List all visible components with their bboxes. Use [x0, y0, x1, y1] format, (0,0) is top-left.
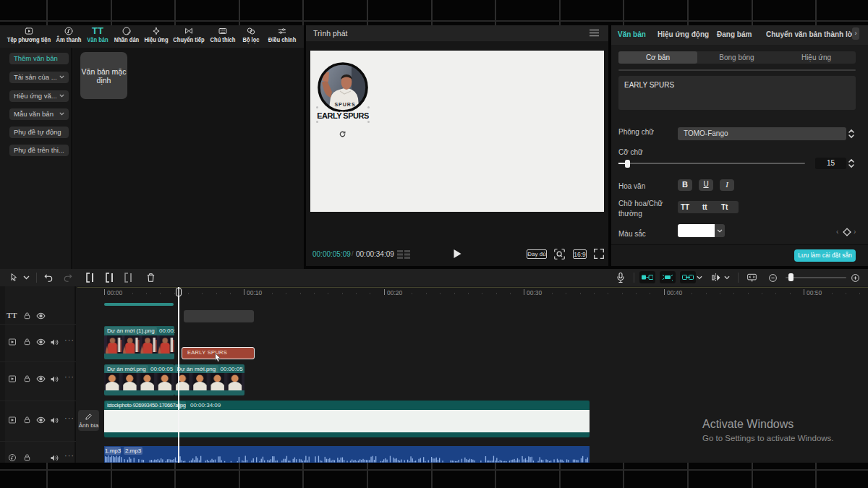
svg-text:EARLY SPURS: EARLY SPURS — [317, 111, 369, 120]
svg-text:SPURS: SPURS — [334, 102, 355, 107]
